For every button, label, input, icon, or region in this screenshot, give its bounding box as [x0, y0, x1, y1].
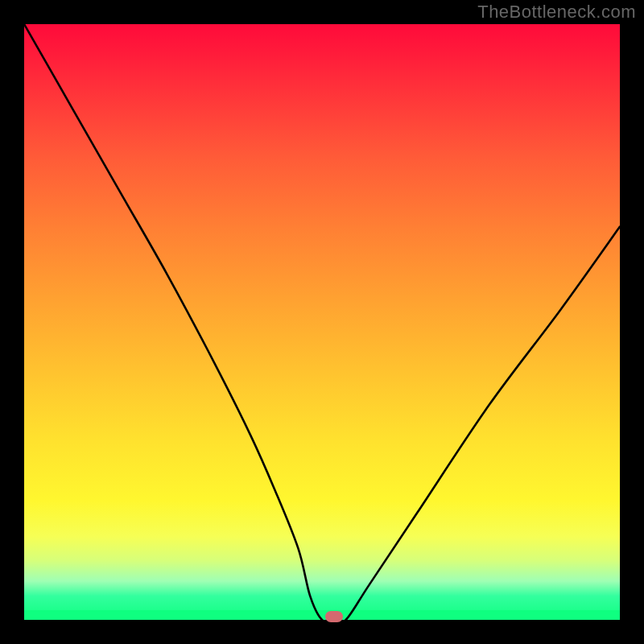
bottleneck-curve: [24, 24, 620, 620]
min-marker: [325, 611, 343, 622]
chart-stage: TheBottleneck.com: [0, 0, 644, 644]
plot-area: [24, 24, 620, 620]
watermark-text: TheBottleneck.com: [477, 2, 636, 23]
curve-path: [24, 24, 620, 620]
